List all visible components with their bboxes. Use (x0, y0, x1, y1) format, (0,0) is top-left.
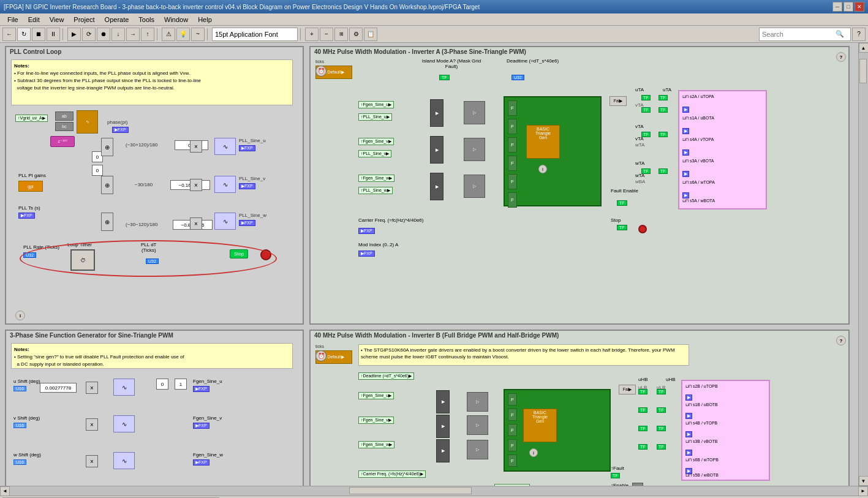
basic-triangle-a: BASICTriangleGen (526, 125, 560, 159)
adder-block-2: ⊕ (101, 176, 113, 194)
pll-ts-label: PLL Ts (s) (18, 205, 40, 211)
mux-u-a: ▶ (430, 99, 443, 127)
formula-3-label: (−30−120)/180 (126, 222, 158, 227)
pll-sine-u-a: ↑PLL_Sine_u▶ (358, 113, 392, 121)
sine-notes-box: Notes: • Setting "sine gen?" to true wil… (11, 343, 293, 369)
zero-sine-1[interactable]: 0 (156, 379, 168, 390)
toolbar-zoom-out[interactable]: − (320, 28, 333, 41)
toolbar-abort[interactable]: ⏺ (97, 28, 110, 41)
info-btn-a[interactable]: i (538, 165, 547, 173)
scroll-track[interactable] (859, 53, 868, 476)
toolbar-fit[interactable]: ⊞ (334, 28, 348, 41)
menu-tools[interactable]: Tools (134, 15, 159, 25)
zero-box-2[interactable]: 0 (92, 165, 103, 176)
info-button[interactable]: i (15, 311, 25, 320)
menu-bar: File Edit View Project Operate Tools Win… (0, 13, 868, 26)
horizontal-scrollbar[interactable]: ◄ ► (0, 486, 868, 496)
scroll-up-button[interactable]: ▲ (859, 43, 869, 53)
vgrid-signal: ↑Vgrid_uv_A▶ (15, 115, 48, 122)
separator-1 (62, 28, 65, 40)
toolbar-step-over[interactable]: → (126, 28, 140, 41)
fault-label-b: ↑Fault (611, 466, 624, 471)
menu-view[interactable]: View (45, 15, 69, 25)
toolbar-pause[interactable]: ⏸ (47, 28, 60, 41)
scroll-left-button[interactable]: ◄ (0, 486, 10, 496)
ab-block: ab (55, 111, 74, 121)
uhb-label-1: uHB (638, 377, 648, 382)
fgen-sine-w-a: ↑Fgen_Sine_w▶ (358, 175, 394, 182)
toolbar-icon2[interactable]: 📋 (364, 28, 377, 41)
toolbar-forward[interactable]: ↻ (17, 28, 31, 41)
menu-edit[interactable]: Edit (23, 15, 45, 25)
pll-dt-u32: U32 (146, 258, 159, 264)
fgen-block-u: ∿ (113, 379, 135, 396)
wta-label-1: wTA (635, 160, 644, 166)
menu-operate[interactable]: Operate (100, 15, 134, 25)
pll-sine-u-label: PLL_Sine_u (239, 138, 266, 143)
formula-1-label: (−30+120)/180 (126, 142, 158, 148)
fgen-out-u: Fgen_Sine_u (193, 379, 222, 384)
fgen-sine-u-a: ↑Fgen_Sine_u▶ (358, 101, 394, 108)
menu-help[interactable]: Help (193, 15, 217, 25)
info-btn-b[interactable]: i (529, 448, 538, 457)
toolbar-step-into[interactable]: ↓ (111, 28, 125, 41)
toolbar-back[interactable]: ← (2, 28, 16, 41)
toolbar-stop[interactable]: ⏹ (32, 28, 45, 41)
sine-block-v: ∿ (214, 176, 236, 193)
pll-pi-gains-block[interactable]: gpi (18, 181, 43, 192)
comp-v-a: ▷ (464, 138, 485, 161)
pll-ts-fxp: ▶FXP (18, 213, 35, 219)
menu-project[interactable]: Project (69, 15, 99, 25)
fgen-sine-v-a: ↑Fgen_Sine_v▶ (358, 138, 394, 145)
one-sine[interactable]: 1 (175, 379, 187, 390)
w-shift-u16: U16 (13, 459, 26, 465)
minimize-button[interactable]: ─ (832, 2, 842, 12)
toolbar-warn[interactable]: ⚠ (162, 28, 175, 41)
search-input[interactable] (762, 31, 836, 38)
toolbar-retain-wire[interactable]: ~ (191, 28, 205, 41)
pll-sine-v-label: PLL_Sine_v (239, 176, 265, 181)
mux-u-b: ▶ (436, 390, 450, 413)
menu-window[interactable]: Window (159, 15, 193, 25)
toolbar-step-out[interactable]: ↑ (141, 28, 154, 41)
help-btn-b[interactable]: ? (836, 336, 846, 345)
deadtime-u32: U32 (511, 75, 524, 80)
phase-label: phase(pi) (107, 119, 127, 125)
pll-rate-label: PLL Rate (Ticks) (23, 244, 59, 250)
toolbar-icon1[interactable]: ⚙ (349, 28, 363, 41)
fgen-block-v: ∿ (113, 415, 135, 432)
menu-file[interactable]: File (2, 15, 23, 25)
fault-tf: TF (617, 200, 627, 206)
close-button[interactable]: ✕ (855, 2, 864, 12)
scroll-thumb[interactable] (859, 59, 867, 83)
mux-w-b: ▶ (436, 439, 450, 462)
toolbar-run[interactable]: ▶ (67, 28, 81, 41)
enable-label-b: ↑Enable (611, 483, 628, 486)
fgen-out-w: Fgen_Sine_w (193, 452, 223, 458)
pll-pi-gains-label: PLL PI gains (18, 173, 46, 178)
font-selector[interactable]: 15pt Application Font (212, 28, 298, 41)
tf-wlb-2: TF (657, 426, 666, 431)
diagram-canvas[interactable]: PLL Control Loop Notes: • For line-to-li… (0, 43, 858, 486)
stop-button[interactable]: Stop (230, 249, 248, 258)
u-shift-value[interactable]: 0.00277778 (40, 383, 77, 393)
help-btn-a[interactable]: ? (836, 52, 846, 62)
toolbar-zoom-in[interactable]: + (305, 28, 319, 41)
search-icon[interactable]: 🔍 (836, 30, 844, 38)
loop-timer-block[interactable]: ⏱ (70, 249, 95, 271)
vertical-scrollbar[interactable]: ▲ ▼ (858, 43, 868, 486)
toolbar-highlight[interactable]: 💡 (176, 28, 190, 41)
deadtime-b-signal: ↑Deadtime (=dT_s*40e6)▶ (358, 372, 414, 380)
multiply-block-3: × (190, 217, 202, 230)
pll-sine-u-fxp: ▶FXP (239, 145, 255, 151)
output-block-b: ⊔⊓ s2B / uTOPB ▶ ⊔⊓ s1B / uBOTB ▶ ⊔⊓ s4B… (681, 380, 770, 481)
formula-2-label: −30/180 (135, 182, 153, 187)
maximize-button[interactable]: □ (843, 2, 853, 12)
scroll-right-button[interactable]: ► (858, 486, 868, 496)
sine-block-u: ∿ (214, 138, 236, 155)
scroll-h-track[interactable] (10, 486, 858, 496)
scroll-down-button[interactable]: ▼ (859, 476, 869, 486)
scroll-h-thumb[interactable] (349, 487, 472, 494)
toolbar-run-continuously[interactable]: ⟳ (82, 28, 96, 41)
toolbar-help[interactable]: ? (852, 28, 866, 41)
